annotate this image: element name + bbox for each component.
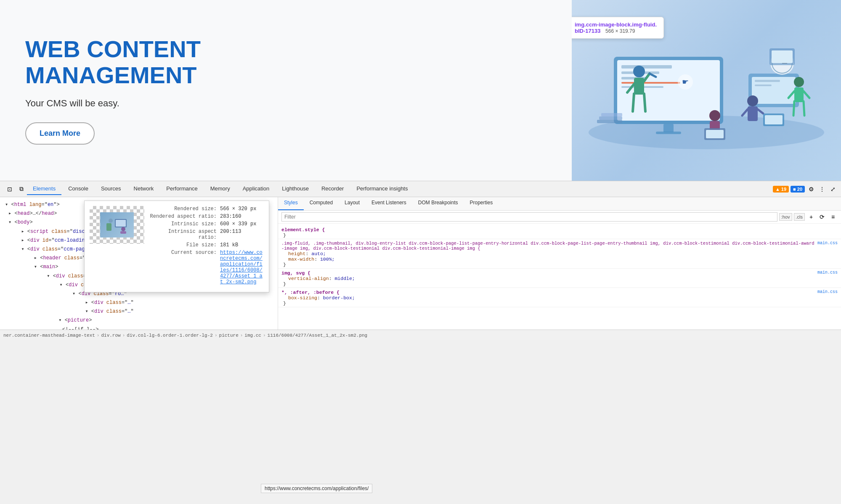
svg-rect-14 [755,80,780,82]
svg-rect-24 [748,106,758,121]
devtools-body: ▾ <html lang="en"> ▸ <head>…</head> ▾ <b… [0,197,841,330]
info-label: Intrinsic size: [149,221,217,227]
settings-icon[interactable]: ⚙ [807,185,816,194]
breadcrumb-item[interactable]: img.cc [244,333,261,338]
svg-line-21 [633,94,634,111]
computed-style-icon[interactable]: ≡ [828,212,838,222]
css-selector: .img-fluid, .img-thumbnail, div.blog-ent… [281,241,816,251]
svg-rect-6 [621,82,680,84]
info-value: 600 × 339 px [220,221,256,227]
webpage-title: WEB CONTENT MANAGEMENT [25,36,547,88]
learn-more-button[interactable]: Learn More [25,122,95,145]
add-rule-icon[interactable]: + [807,212,816,222]
css-props: height: auto; max-width: 100%; [281,251,838,262]
breadcrumb-item[interactable]: div.col-lg-6.order-1.order-lg-2 [127,333,213,338]
styles-tab-layout[interactable]: Layout [339,197,366,210]
svg-rect-45 [597,120,622,123]
tab-sources[interactable]: Sources [95,183,127,195]
breadcrumb-item[interactable]: picture [219,333,239,338]
styles-tab-styles[interactable]: Styles [278,197,304,210]
svg-rect-11 [656,132,681,134]
dom-line[interactable]: ▾ <div class="…" [0,307,278,316]
breadcrumb-item[interactable]: div.row [101,333,120,338]
css-filename[interactable]: main.css [817,270,838,275]
dock-icon[interactable]: ⤢ [828,185,838,194]
css-filename[interactable]: main.css [817,241,838,245]
pseudo-filter-btn[interactable]: :hov [779,213,792,221]
inspector-icon[interactable]: ⊡ [5,185,14,194]
styles-tab-computed[interactable]: Computed [304,197,339,210]
tooltip-dimensions: 566 × 319.79 [605,28,635,34]
tab-console[interactable]: Console [62,183,94,195]
info-source-link[interactable]: https://www.concretecms.com/application/… [220,250,264,285]
css-prop-height: height: auto; [281,251,838,256]
svg-line-34 [804,101,804,116]
tab-application[interactable]: Application [237,183,276,195]
img-thumb-inner [100,212,134,237]
tab-elements[interactable]: Elements [27,183,61,195]
info-label: Rendered size: [149,206,217,212]
styles-panel: Styles Computed Layout Event Listeners D… [278,197,841,330]
info-row-aspect: Rendered aspect ratio: 283:160 [149,214,264,219]
svg-point-52 [121,227,125,231]
dom-line[interactable]: ▸ <div class="…" [0,298,278,307]
more-options-icon[interactable]: ⋮ [817,185,827,194]
styles-tab-event-listeners[interactable]: Event Listeners [366,197,412,210]
tab-performance-insights[interactable]: Performance insights [350,183,414,195]
webpage-subtitle: Your CMS will be easy. [25,98,547,109]
svg-rect-51 [116,220,126,227]
class-filter-btn[interactable]: .cls [794,213,805,221]
img-thumbnail [90,206,144,244]
css-prop-boxsizing: box-sizing: border-box; [281,295,838,301]
tab-recorder[interactable]: Recorder [316,183,350,195]
css-selector: element.style { [281,227,325,232]
svg-rect-53 [120,231,126,234]
dom-line[interactable]: ▾ <picture> [0,316,278,325]
info-value: 181 kB [220,242,238,248]
styles-tab-properties[interactable]: Properties [464,197,499,210]
css-selector: *, :after, :before { [281,290,340,295]
thumb-svg [104,216,130,235]
dom-line[interactable]: <!--[if ]--> [0,325,278,330]
svg-rect-49 [106,223,111,231]
svg-rect-17 [634,78,644,95]
css-rule-header: *, :after, :before { main.css [281,290,838,295]
css-close: } [281,281,838,287]
css-close: } [281,301,838,306]
info-row-source: Current source: https://www.concretecms.… [149,250,264,285]
css-close: } [281,262,838,267]
styles-filter-input[interactable] [281,212,777,222]
tab-performance[interactable]: Performance [160,183,203,195]
breadcrumb-item[interactable]: ner.container-masthead-image-text [3,333,95,338]
css-props: box-sizing: border-box; [281,295,838,301]
info-label: File size: [149,242,217,248]
styles-filter-row: :hov .cls + ⟳ ≡ [278,211,841,224]
refresh-icon[interactable]: ⟳ [817,212,827,222]
svg-rect-28 [765,115,783,124]
img-info-table: Rendered size: 566 × 320 px Rendered asp… [149,206,264,287]
devtools-right-controls: ▲ 19 ■ 20 ⚙ ⋮ ⤢ [773,185,838,194]
css-prop-maxwidth: max-width: 100%; [281,256,838,262]
device-icon[interactable]: ⧉ [17,185,26,194]
svg-line-25 [742,109,748,116]
info-label: Rendered aspect ratio: [149,214,217,219]
webpage-hero-image: img.ccm-image-block.img-fluid. bID-17133… [572,0,841,181]
breadcrumb-item[interactable]: 1116/6008/4277/Asset_1_at_2x-sm2.png [268,333,368,338]
devtools-panel: ⊡ ⧉ Elements Console Sources Network Per… [0,181,841,340]
tab-memory[interactable]: Memory [204,183,236,195]
svg-rect-47 [601,113,622,116]
svg-line-33 [793,101,794,116]
css-rule: *, :after, :before { main.css box-sizing… [278,288,841,307]
svg-line-22 [644,94,645,111]
dom-tree[interactable]: ▾ <html lang="en"> ▸ <head>…</head> ▾ <b… [0,197,278,330]
css-filename[interactable]: main.css [817,290,838,294]
devtools-breadcrumb: ner.container-masthead-image-text › div.… [0,330,841,340]
svg-point-29 [794,77,804,87]
info-value: 283:160 [220,214,241,219]
tab-lighthouse[interactable]: Lighthouse [276,183,315,195]
css-prop-valign: vertical-align: middle; [281,276,838,281]
svg-rect-38 [706,130,724,138]
tab-network[interactable]: Network [128,183,160,195]
styles-tab-dom-breakpoints[interactable]: DOM Breakpoints [412,197,464,210]
styles-tab-bar: Styles Computed Layout Event Listeners D… [278,197,841,211]
